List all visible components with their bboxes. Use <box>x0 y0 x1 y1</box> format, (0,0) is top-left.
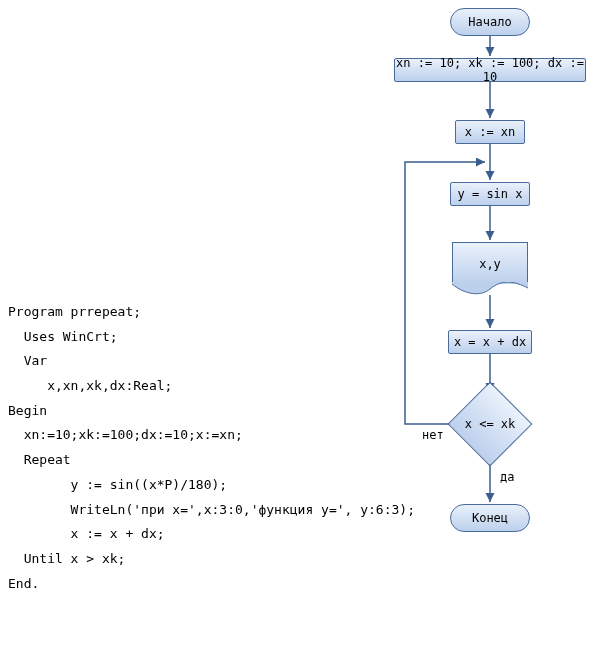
flow-end: Конец <box>450 504 530 532</box>
flow-start: Начало <box>450 8 530 36</box>
code-line: Until x > xk; <box>8 547 388 572</box>
flow-assign-label: x := xn <box>465 125 516 139</box>
flow-output-wave <box>452 282 528 296</box>
code-line: Var <box>8 349 388 374</box>
code-line: Uses WinCrt; <box>8 325 388 350</box>
flow-calc-label: y = sin x <box>457 187 522 201</box>
flow-calc: y = sin x <box>450 182 530 206</box>
code-line: Program prrepeat; <box>8 300 388 325</box>
code-line: y := sin((x*P)/180); <box>8 473 388 498</box>
code-line: Repeat <box>8 448 388 473</box>
code-line: WriteLn('при x=',x:3:0,'функция y=', y:6… <box>8 498 388 523</box>
code-listing: Program prrepeat; Uses WinCrt; Var x,xn,… <box>8 300 388 596</box>
flow-init: xn := 10; xk := 100; dx := 10 <box>394 58 586 82</box>
flow-condition: x <= xk <box>448 382 533 467</box>
code-line: x,xn,xk,dx:Real; <box>8 374 388 399</box>
flow-increment: x = x + dx <box>448 330 532 354</box>
code-line: Begin <box>8 399 388 424</box>
flow-start-label: Начало <box>468 15 511 29</box>
flow-end-label: Конец <box>472 511 508 525</box>
code-line: x := x + dx; <box>8 522 388 547</box>
flow-no-label: нет <box>422 428 444 442</box>
flow-assign: x := xn <box>455 120 525 144</box>
flow-increment-label: x = x + dx <box>454 335 526 349</box>
flow-yes-label: да <box>500 470 514 484</box>
code-line: End. <box>8 572 388 597</box>
code-line: xn:=10;xk:=100;dx:=10;x:=xn; <box>8 423 388 448</box>
flow-condition-label: x <= xk <box>461 417 519 431</box>
flowchart: Начало xn := 10; xk := 100; dx := 10 x :… <box>380 0 600 640</box>
flow-init-label: xn := 10; xk := 100; dx := 10 <box>395 56 585 84</box>
flow-arrows <box>380 0 600 640</box>
flow-output-label: x,y <box>479 257 501 271</box>
flow-output: x,y <box>452 242 528 284</box>
